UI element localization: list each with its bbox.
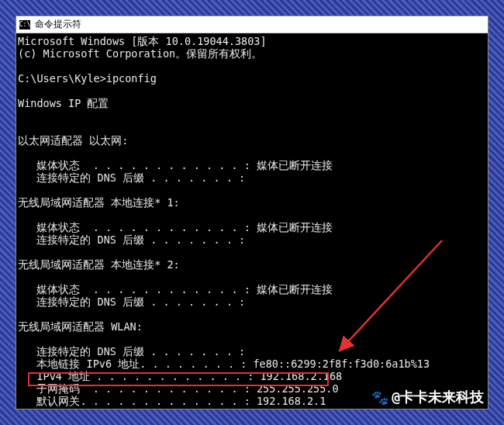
row-value: 媒体已断开连接 (257, 159, 333, 171)
ipconfig-header: Windows IP 配置 (18, 97, 109, 109)
row-label: 连接特定的 DNS 后缀 . . . . . . . : (18, 345, 245, 358)
watermark: 🐾 @卡卡未来科技 (371, 388, 484, 406)
row-label: 媒体状态 . . . . . . . . . . . . : (18, 283, 257, 295)
window-title: 命令提示符 (35, 18, 81, 31)
row-label: 子网掩码 . . . . . . . . . . . . : (18, 382, 257, 395)
adapter-header: 无线局域网适配器 本地连接* 1: (18, 196, 180, 209)
paw-icon: 🐾 (371, 389, 388, 406)
adapter-header: 无线局域网适配器 本地连接* 2: (18, 258, 180, 271)
row-value: fe80::6299:2f8f:f3d0:6a1b%13 (253, 358, 430, 370)
command-input: ipconfig (106, 72, 157, 85)
row-value: 255.255.255.0 (257, 382, 339, 395)
row-value: 媒体已断开连接 (257, 221, 333, 233)
row-value: 192.168.2.1 (257, 395, 326, 407)
copyright-line: (c) Microsoft Corporation。保留所有权利。 (18, 47, 262, 60)
row-label: 连接特定的 DNS 后缀 . . . . . . . : (18, 295, 245, 308)
row-label: 默认网关. . . . . . . . . . . . . : (18, 395, 257, 407)
cmd-icon: C:\ (19, 20, 30, 29)
row-value: 192.168.2.168 (260, 370, 342, 382)
window-frame: C:\ 命令提示符 Microsoft Windows [版本 10.0.190… (16, 16, 488, 409)
watermark-text: @卡卡未来科技 (392, 388, 484, 406)
prompt-path: C:\Users\Kyle> (18, 72, 106, 85)
version-line: Microsoft Windows [版本 10.0.19044.3803] (18, 35, 267, 47)
terminal-output[interactable]: Microsoft Windows [版本 10.0.19044.3803] (… (16, 33, 488, 409)
row-label: 连接特定的 DNS 后缀 . . . . . . . : (18, 233, 245, 246)
row-label: 媒体状态 . . . . . . . . . . . . : (18, 159, 257, 171)
row-label: 本地链接 IPv6 地址. . . . . . . . : (18, 358, 253, 370)
row-label: 媒体状态 . . . . . . . . . . . . : (18, 221, 257, 233)
row-label: 连接特定的 DNS 后缀 . . . . . . . : (18, 171, 245, 184)
adapter-header: 无线局域网适配器 WLAN: (18, 320, 143, 333)
row-value: 媒体已断开连接 (257, 283, 333, 295)
adapter-header: 以太网适配器 以太网: (18, 134, 128, 147)
titlebar[interactable]: C:\ 命令提示符 (16, 16, 488, 33)
row-label: IPv4 地址 . . . . . . . . . . . . : (18, 370, 260, 382)
